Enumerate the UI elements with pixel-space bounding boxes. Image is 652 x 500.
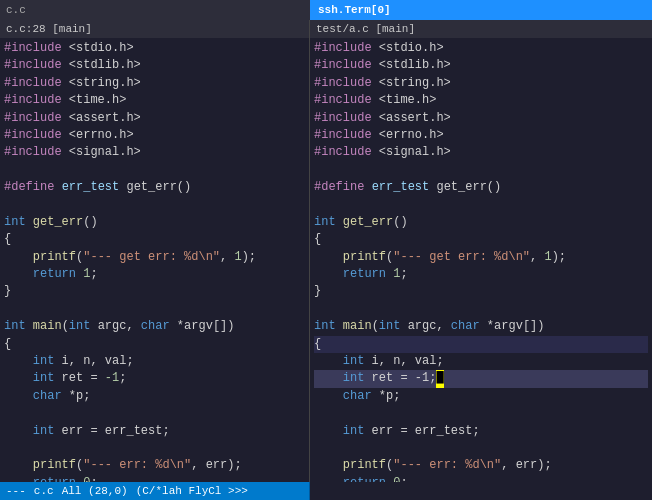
code-line bbox=[4, 301, 305, 318]
code-line: char *p; bbox=[4, 388, 305, 405]
code-line bbox=[314, 162, 648, 179]
code-line: #include <time.h> bbox=[314, 92, 648, 109]
code-line: printf("--- get err: %d\n", 1); bbox=[314, 249, 648, 266]
code-line: int main(int argc, char *argv[]) bbox=[4, 318, 305, 335]
code-line bbox=[314, 405, 648, 422]
code-line: int get_err() bbox=[4, 214, 305, 231]
code-line: #include <signal.h> bbox=[4, 144, 305, 161]
code-line: #include <stdlib.h> bbox=[314, 57, 648, 74]
right-title-label: ssh.Term[0] bbox=[318, 4, 391, 16]
left-tab-bar: c.c:28 [main] bbox=[0, 20, 309, 38]
code-line: #define err_test get_err() bbox=[314, 179, 648, 196]
code-line: printf("--- err: %d\n", err); bbox=[314, 457, 648, 474]
code-line: #include <errno.h> bbox=[314, 127, 648, 144]
code-line: return 1; bbox=[314, 266, 648, 283]
code-line: { bbox=[314, 231, 648, 248]
code-line: int main(int argc, char *argv[]) bbox=[314, 318, 648, 335]
code-line: #include <stdio.h> bbox=[314, 40, 648, 57]
code-line: #include <assert.h> bbox=[314, 110, 648, 127]
code-line: int i, n, val; bbox=[4, 353, 305, 370]
right-tab-label: test/a.c [main] bbox=[316, 23, 415, 35]
code-line bbox=[4, 440, 305, 457]
code-line bbox=[4, 162, 305, 179]
code-line: #define err_test get_err() bbox=[4, 179, 305, 196]
code-line: return 0; bbox=[314, 475, 648, 482]
right-code-area[interactable]: #include <stdio.h> #include <stdlib.h> #… bbox=[310, 38, 652, 482]
code-line: #include <stdlib.h> bbox=[4, 57, 305, 74]
code-line: } bbox=[314, 283, 648, 300]
code-line: #include <signal.h> bbox=[314, 144, 648, 161]
left-status-bar: --- c.c All (28,0) (C/*lah FlyCl >>> bbox=[0, 482, 310, 500]
left-tab-label: c.c:28 [main] bbox=[6, 23, 92, 35]
title-bar-row: c.c ssh.Term[0] bbox=[0, 0, 652, 20]
code-line: char *p; bbox=[314, 388, 648, 405]
main-container: c.c ssh.Term[0] c.c:28 [main] #include <… bbox=[0, 0, 652, 500]
code-line: { bbox=[314, 336, 648, 353]
cursor-code-line: int ret = -1;█ bbox=[314, 370, 648, 387]
code-line: #include <time.h> bbox=[4, 92, 305, 109]
left-code-area[interactable]: #include <stdio.h> #include <stdlib.h> #… bbox=[0, 38, 309, 482]
status-info: All (28,0) bbox=[62, 485, 128, 497]
code-line: #include <string.h> bbox=[4, 75, 305, 92]
right-status-bar bbox=[310, 482, 652, 500]
status-bar-row: --- c.c All (28,0) (C/*lah FlyCl >>> bbox=[0, 482, 652, 500]
code-line: int err = err_test; bbox=[4, 423, 305, 440]
code-line bbox=[4, 197, 305, 214]
code-line: int err = err_test; bbox=[314, 423, 648, 440]
code-line: #include <string.h> bbox=[314, 75, 648, 92]
status-type: (C/*lah FlyCl >>> bbox=[136, 485, 248, 497]
code-line: { bbox=[4, 231, 305, 248]
code-line: { bbox=[4, 336, 305, 353]
status-filename: c.c bbox=[34, 485, 54, 497]
right-title-bar: ssh.Term[0] bbox=[310, 0, 652, 20]
code-line bbox=[314, 197, 648, 214]
code-line: printf("--- err: %d\n", err); bbox=[4, 457, 305, 474]
code-line: } bbox=[4, 283, 305, 300]
code-line: return 0; bbox=[4, 475, 305, 482]
code-line bbox=[4, 405, 305, 422]
right-editor-pane[interactable]: test/a.c [main] #include <stdio.h> #incl… bbox=[310, 20, 652, 482]
code-line: #include <errno.h> bbox=[4, 127, 305, 144]
code-line: return 1; bbox=[4, 266, 305, 283]
editors-row: c.c:28 [main] #include <stdio.h> #includ… bbox=[0, 20, 652, 482]
code-line: int ret = -1; bbox=[4, 370, 305, 387]
code-line bbox=[314, 301, 648, 318]
code-line: int get_err() bbox=[314, 214, 648, 231]
code-line: #include <stdio.h> bbox=[4, 40, 305, 57]
code-line: #include <assert.h> bbox=[4, 110, 305, 127]
right-tab-bar: test/a.c [main] bbox=[310, 20, 652, 38]
left-title-bar: c.c bbox=[0, 0, 310, 20]
code-line bbox=[314, 440, 648, 457]
code-line: int i, n, val; bbox=[314, 353, 648, 370]
left-title-label: c.c bbox=[6, 4, 26, 16]
status-mode: --- bbox=[6, 485, 26, 497]
left-editor-pane[interactable]: c.c:28 [main] #include <stdio.h> #includ… bbox=[0, 20, 310, 482]
code-line: printf("--- get err: %d\n", 1); bbox=[4, 249, 305, 266]
